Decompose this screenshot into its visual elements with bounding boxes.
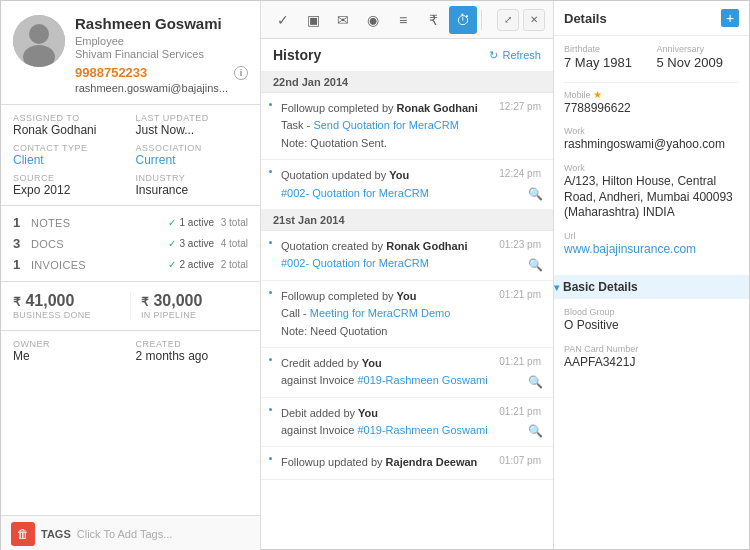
- refresh-icon: ↻: [489, 49, 498, 62]
- search-icon: 🔍: [528, 375, 543, 389]
- search-icon: 🔍: [528, 424, 543, 438]
- quotation-link-2[interactable]: #002- Quotation for MeraCRM: [281, 257, 429, 269]
- details-header: Details +: [554, 1, 749, 36]
- history-title: History: [273, 47, 321, 63]
- avatar: [13, 15, 65, 67]
- birthdate-label: Birthdate: [564, 44, 647, 54]
- toolbar: ✓ ▣ ✉ ◉ ≡ ₹ ⏱ ⤢ ✕: [261, 1, 553, 39]
- history-item: Debit added by You 01:21 pm against Invo…: [261, 398, 553, 448]
- toolbar-separator: [481, 10, 482, 30]
- url-value: www.bajajinsurance.com: [564, 242, 739, 258]
- owner-label: OWNER: [13, 339, 126, 349]
- toolbar-grid-btn[interactable]: ▣: [299, 6, 327, 34]
- blood-group-row: Blood Group O Positive: [564, 307, 739, 334]
- history-content[interactable]: 22nd Jan 2014 Followup completed by Rona…: [261, 72, 553, 549]
- toolbar-email-btn[interactable]: ✉: [329, 6, 357, 34]
- birthdate-value: 7 May 1981: [564, 55, 647, 72]
- check-icon-inv: ✓: [168, 259, 176, 270]
- meeting-link[interactable]: Meeting for MeraCRM Demo: [310, 307, 451, 319]
- mobile-row: Mobile ★ 7788996622: [564, 89, 739, 117]
- refresh-button[interactable]: ↻ Refresh: [489, 49, 541, 62]
- maximize-button[interactable]: ⤢: [497, 9, 519, 31]
- toolbar-rupee-btn[interactable]: ₹: [419, 6, 447, 34]
- stat-row-docs[interactable]: 3 DOCS ✓ 3 active 4 total: [13, 233, 248, 254]
- quotation-link-1[interactable]: #002- Quotation for MeraCRM: [281, 187, 429, 199]
- tags-bar: 🗑 TAGS Click To Add Tags...: [1, 515, 260, 550]
- business-done: ₹ 41,000 BUSINESS DONE: [13, 292, 120, 320]
- source-label: SOURCE: [13, 173, 126, 183]
- created-value: 2 months ago: [136, 349, 249, 363]
- history-header: History ↻ Refresh: [261, 39, 553, 72]
- pan-row: PAN Card Number AAPFA3421J: [564, 344, 739, 371]
- created-label: CREATED: [136, 339, 249, 349]
- pipeline-amount: ₹ 30,000: [141, 292, 248, 310]
- close-button[interactable]: ✕: [523, 9, 545, 31]
- source-value: Expo 2012: [13, 183, 126, 197]
- business-done-label: BUSINESS DONE: [13, 310, 120, 320]
- history-item: Quotation created by Ronak Godhani 01:23…: [261, 231, 553, 281]
- profile-phone[interactable]: 9988752233 i: [75, 65, 248, 80]
- last-updated-value: Just Now...: [136, 123, 249, 137]
- search-icon: 🔍: [528, 187, 543, 201]
- work-email-value: rashmingoswami@yahoo.com: [564, 137, 739, 153]
- profile-email: rashmeen.goswami@bajajins...: [75, 82, 248, 94]
- toolbar-check-btn[interactable]: ✓: [269, 6, 297, 34]
- right-panel: Details + Birthdate 7 May 1981 Anniversa…: [554, 1, 749, 549]
- profile-section: Rashmeen Goswami Employee Shivam Financi…: [1, 1, 260, 105]
- work-address-row: Work A/123, Hilton House, Central Road, …: [564, 163, 739, 221]
- tags-label: TAGS: [41, 528, 71, 540]
- profile-role: Employee: [75, 35, 248, 47]
- history-item: Followup updated by Rajendra Deewan 01:0…: [261, 447, 553, 479]
- history-item: Followup completed by Ronak Godhani 12:2…: [261, 93, 553, 160]
- pan-value: AAPFA3421J: [564, 355, 739, 371]
- stat-row-notes[interactable]: 1 NOTES ✓ 1 active 3 total: [13, 212, 248, 233]
- tags-delete-button[interactable]: 🗑: [11, 522, 35, 546]
- pipeline-label: IN PIPELINE: [141, 310, 248, 320]
- stat-row-invoices[interactable]: 1 INVOICES ✓ 2 active 2 total: [13, 254, 248, 275]
- toolbar-circle-btn[interactable]: ◉: [359, 6, 387, 34]
- task-link[interactable]: Send Quotation for MeraCRM: [313, 119, 459, 131]
- date-header-jan21: 21st Jan 2014: [261, 210, 553, 231]
- history-item: Followup completed by You 01:21 pm Call …: [261, 281, 553, 348]
- pipeline: ₹ 30,000 IN PIPELINE: [141, 292, 248, 320]
- anniversary-value: 5 Nov 2009: [657, 55, 740, 72]
- owner-value: Me: [13, 349, 126, 363]
- check-icon-docs: ✓: [168, 238, 176, 249]
- anniversary-label: Anniversary: [657, 44, 740, 54]
- basic-details-toggle[interactable]: ▾ Basic Details: [554, 275, 749, 299]
- blood-group-value: O Positive: [564, 318, 739, 334]
- star-icon: ★: [593, 89, 602, 100]
- invoice-link-1[interactable]: #019-Rashmeen Goswami: [357, 374, 487, 386]
- date-header-jan22: 22nd Jan 2014: [261, 72, 553, 93]
- svg-point-1: [29, 24, 49, 44]
- contact-type-label: CONTACT TYPE: [13, 143, 126, 153]
- toolbar-list-btn[interactable]: ≡: [389, 6, 417, 34]
- history-item: Credit added by You 01:21 pm against Inv…: [261, 348, 553, 398]
- association-value: Current: [136, 153, 249, 167]
- info-icon[interactable]: i: [234, 66, 248, 80]
- toolbar-history-btn[interactable]: ⏱: [449, 6, 477, 34]
- middle-panel: ✓ ▣ ✉ ◉ ≡ ₹ ⏱ ⤢ ✕ History ↻ Refresh 22nd…: [261, 1, 554, 549]
- contact-type-value: Client: [13, 153, 126, 167]
- details-content: Birthdate 7 May 1981 Anniversary 5 Nov 2…: [554, 36, 749, 275]
- work-email-row: Work rashmingoswami@yahoo.com: [564, 126, 739, 153]
- meta-grid: ASSIGNED TO Ronak Godhani LAST UPDATED J…: [1, 105, 260, 206]
- url-row: Url www.bajajinsurance.com: [564, 231, 739, 258]
- last-updated-label: LAST UPDATED: [136, 113, 249, 123]
- details-title: Details: [564, 11, 607, 26]
- toolbar-actions: ⤢ ✕: [497, 9, 545, 31]
- add-detail-button[interactable]: +: [721, 9, 739, 27]
- business-done-amount: ₹ 41,000: [13, 292, 120, 310]
- left-panel: Rashmeen Goswami Employee Shivam Financi…: [1, 1, 261, 550]
- fin-divider: [130, 292, 131, 320]
- work-address-value: A/123, Hilton House, Central Road, Andhe…: [564, 174, 739, 221]
- tags-placeholder[interactable]: Click To Add Tags...: [77, 528, 173, 540]
- search-icon: 🔍: [528, 258, 543, 272]
- profile-name: Rashmeen Goswami: [75, 15, 248, 33]
- check-icon: ✓: [168, 217, 176, 228]
- assigned-to-value: Ronak Godhani: [13, 123, 126, 137]
- financial-section: ₹ 41,000 BUSINESS DONE ₹ 30,000 IN PIPEL…: [1, 282, 260, 331]
- birthdate-anniversary-row: Birthdate 7 May 1981 Anniversary 5 Nov 2…: [564, 44, 739, 72]
- basic-details-label: Basic Details: [563, 280, 638, 294]
- invoice-link-2[interactable]: #019-Rashmeen Goswami: [357, 424, 487, 436]
